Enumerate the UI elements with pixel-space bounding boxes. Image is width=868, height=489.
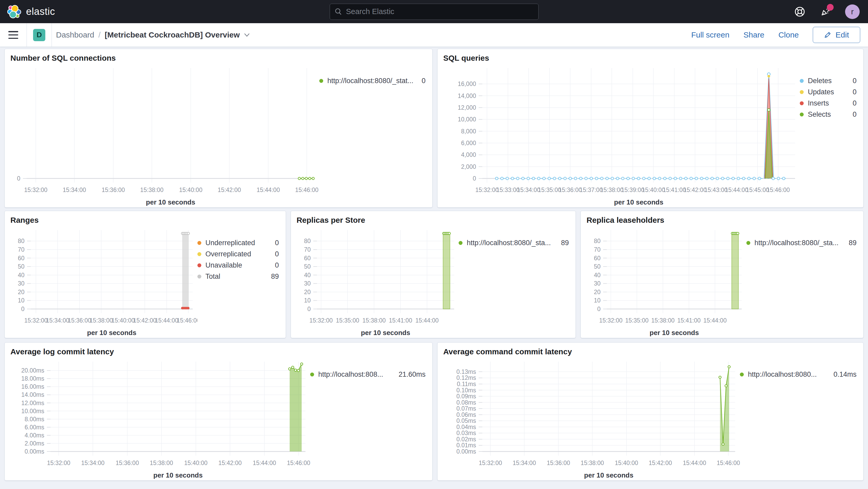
legend-value: 0 (275, 250, 280, 258)
pencil-icon (824, 31, 831, 38)
svg-text:70: 70 (18, 246, 25, 253)
svg-text:10: 10 (18, 297, 25, 304)
breadcrumb-dashboard[interactable]: Dashboard (56, 30, 94, 39)
svg-text:per 10 seconds: per 10 seconds (153, 471, 203, 479)
svg-text:30: 30 (594, 280, 601, 287)
svg-text:15:46:00: 15:46:00 (717, 460, 740, 466)
svg-text:15:41:00: 15:41:00 (663, 186, 686, 193)
legend-value: 0 (852, 77, 858, 85)
svg-text:15:34:00: 15:34:00 (81, 460, 105, 466)
panel-avg-command-commit-latency: Average command commit latency 15:32:001… (437, 342, 864, 481)
legend-item[interactable]: Selects0 (800, 109, 858, 120)
svg-text:15:32:00: 15:32:00 (309, 317, 333, 324)
svg-text:70: 70 (304, 246, 311, 253)
search-input[interactable] (330, 4, 538, 20)
svg-text:20.00ms: 20.00ms (21, 367, 44, 374)
legend-label: Unavailable (206, 261, 242, 269)
legend-item[interactable]: Unavailable0 (197, 260, 280, 271)
svg-text:15:40:00: 15:40:00 (184, 460, 208, 466)
legend-item[interactable]: Overreplicated0 (197, 248, 280, 260)
edit-button[interactable]: Edit (813, 27, 860, 43)
svg-text:15:39:00: 15:39:00 (621, 186, 645, 193)
svg-text:15:35:00: 15:35:00 (625, 317, 649, 324)
svg-text:0: 0 (307, 306, 311, 312)
user-avatar[interactable]: r (845, 4, 860, 19)
legend-label: http://localhost:8080/_sta... (467, 239, 551, 247)
legend-value: 0 (275, 239, 280, 247)
panel-sql-connections: Number of SQL connections 15:32:0015:34:… (4, 49, 433, 208)
svg-text:30: 30 (304, 280, 311, 287)
legend-color-dot (459, 241, 463, 245)
svg-text:15:38:00: 15:38:00 (362, 317, 386, 324)
svg-text:15:34:00: 15:34:00 (63, 186, 86, 193)
chart-replica-leaseholders[interactable]: 15:32:0015:35:0015:38:0015:41:0015:44:00… (582, 226, 746, 337)
legend-item[interactable]: Updates0 (800, 87, 858, 98)
svg-text:15:36:00: 15:36:00 (116, 460, 139, 466)
legend-item[interactable]: http://localhost:8080/_sta...89 (459, 237, 570, 248)
elastic-logo-icon (7, 5, 21, 19)
svg-text:6,000: 6,000 (461, 140, 476, 146)
chart-sql-queries[interactable]: 15:32:0015:33:0015:34:0015:35:0015:36:00… (439, 64, 800, 207)
legend-value: 0.14ms (833, 370, 858, 378)
svg-text:15:38:00: 15:38:00 (581, 460, 604, 466)
svg-text:15:32:00: 15:32:00 (47, 460, 70, 466)
svg-text:4.00ms: 4.00ms (25, 432, 44, 438)
svg-text:16,000: 16,000 (458, 81, 476, 87)
chart-replicas-per-store[interactable]: 15:32:0015:35:0015:38:0015:41:0015:44:00… (292, 226, 459, 337)
legend-item[interactable]: http://localhost:8080...0.14ms (740, 369, 858, 380)
legend-item[interactable]: http://localhost:808...21.60ms (310, 369, 427, 380)
page-title[interactable]: [Metricbeat CockroachDB] Overview (105, 30, 250, 39)
chart-legend: http://localhost:8080/_sta...89 (459, 226, 575, 337)
svg-text:15:32:00: 15:32:00 (475, 186, 499, 193)
svg-text:30: 30 (18, 280, 25, 287)
svg-text:10,000: 10,000 (458, 116, 476, 123)
legend-color-dot (800, 101, 804, 105)
legend-item[interactable]: Deletes0 (800, 75, 858, 87)
edit-label: Edit (835, 30, 849, 39)
svg-text:6.00ms: 6.00ms (25, 424, 44, 430)
svg-text:10: 10 (594, 297, 601, 304)
legend-item[interactable]: Underreplicated0 (197, 237, 280, 248)
svg-text:0.03ms: 0.03ms (457, 430, 476, 436)
help-icon[interactable] (794, 6, 806, 18)
full-screen-button[interactable]: Full screen (691, 30, 730, 39)
svg-text:15:38:00: 15:38:00 (150, 460, 173, 466)
svg-text:15:38:00: 15:38:00 (90, 317, 113, 324)
menu-icon[interactable] (8, 31, 18, 39)
elastic-brand[interactable]: elastic (7, 5, 55, 19)
share-button[interactable]: Share (744, 30, 764, 39)
svg-text:0: 0 (17, 175, 20, 182)
panel-title: Ranges (10, 216, 280, 225)
svg-text:2.00ms: 2.00ms (25, 440, 44, 447)
avatar-initial: r (851, 7, 854, 16)
panel-title: Replicas per Store (297, 216, 570, 225)
svg-text:0.06ms: 0.06ms (457, 411, 476, 418)
legend-item[interactable]: Total89 (197, 271, 280, 282)
svg-text:15:40:00: 15:40:00 (615, 460, 638, 466)
svg-text:50: 50 (18, 263, 25, 270)
chart-avg-command-commit-latency[interactable]: 15:32:0015:34:0015:36:0015:38:0015:40:00… (439, 358, 740, 480)
svg-text:15:37:00: 15:37:00 (580, 186, 603, 193)
svg-text:60: 60 (594, 254, 601, 261)
svg-text:15:44:00: 15:44:00 (155, 317, 178, 324)
legend-item[interactable]: http://localhost:8080/_stat...0 (319, 75, 427, 87)
svg-text:15:38:00: 15:38:00 (140, 186, 163, 193)
svg-text:15:36:00: 15:36:00 (68, 317, 91, 324)
chart-sql-connections[interactable]: 15:32:0015:34:0015:36:0015:38:0015:40:00… (6, 64, 319, 207)
svg-text:16.00ms: 16.00ms (21, 383, 44, 390)
svg-text:15:45:00: 15:45:00 (746, 186, 769, 193)
legend-item[interactable]: Inserts0 (800, 98, 858, 109)
global-search (330, 4, 538, 20)
svg-text:15:42:00: 15:42:00 (649, 460, 672, 466)
svg-text:0.05ms: 0.05ms (457, 417, 476, 424)
clone-button[interactable]: Clone (778, 30, 799, 39)
svg-text:15:43:00: 15:43:00 (704, 186, 727, 193)
newsfeed-icon[interactable] (819, 6, 831, 18)
dashboard-badge[interactable]: D (33, 29, 45, 41)
chart-avg-log-commit-latency[interactable]: 15:32:0015:34:0015:36:0015:38:0015:40:00… (6, 358, 310, 480)
legend-item[interactable]: http://localhost:8080/_sta...89 (746, 237, 858, 248)
svg-text:50: 50 (304, 263, 311, 270)
chart-ranges[interactable]: 15:32:0015:34:0015:36:0015:38:0015:40:00… (6, 226, 197, 337)
svg-text:8,000: 8,000 (461, 128, 476, 134)
notification-badge (827, 4, 834, 11)
